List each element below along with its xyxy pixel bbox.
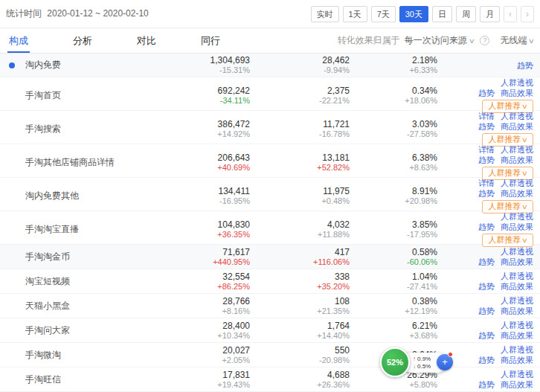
crowd-insight-link[interactable]: 人群透视 — [501, 271, 533, 280]
tabs: 构成分析对比同行 — [6, 28, 262, 53]
time-button-day[interactable]: 日 — [432, 6, 452, 22]
rate-cell: 3.03%-27.58% — [350, 119, 437, 139]
crowd-insight-link[interactable]: 人群透视 — [501, 179, 533, 187]
rate-change: +6.33% — [350, 65, 437, 75]
trend-link[interactable]: 趋势 — [478, 155, 495, 164]
visitors-change: -15.31% — [177, 65, 250, 75]
terminal-select[interactable]: 无线端∨ — [500, 34, 534, 47]
table-row: 手淘淘金币71,617+440.95%417+116.06%0.58%-60.0… — [0, 245, 540, 269]
item-effect-link[interactable]: 商品效果 — [501, 155, 533, 164]
item-effect-link[interactable]: 商品效果 — [501, 222, 533, 231]
visitors-change: -34.11% — [177, 96, 250, 106]
crowd-insight-link[interactable]: 人群透视 — [501, 370, 533, 379]
item-effect-link[interactable]: 商品效果 — [501, 257, 533, 266]
buyers-value: 28,462 — [250, 55, 350, 65]
rate-cell: 3.85%-17.95% — [350, 219, 437, 240]
next-page-button[interactable]: › — [521, 6, 534, 22]
row-actions: 趋势 — [437, 60, 540, 71]
trend-link[interactable]: 趋势 — [478, 257, 495, 266]
filter-bar: 转化效果归属于 每一次访问来源∨ ? 无线端∨ — [338, 28, 534, 53]
detail-link[interactable]: 详情 — [478, 145, 495, 154]
crowd-insight-link[interactable]: 人群透视 — [501, 212, 533, 221]
trend-link[interactable]: 趋势 — [478, 356, 495, 364]
time-button-month[interactable]: 月 — [480, 6, 500, 22]
tab-peers[interactable]: 同行 — [198, 28, 223, 53]
buyers-change: +0.48% — [250, 196, 350, 206]
trend-link[interactable]: 趋势 — [478, 282, 495, 291]
buyers-change: +52.82% — [250, 163, 350, 173]
channel-cell: 手淘淘金币 — [0, 251, 177, 263]
buyers-cell: 2,375-22.21% — [250, 86, 350, 106]
tab-analysis[interactable]: 分析 — [70, 28, 95, 53]
crowd-insight-link[interactable]: 人群透视 — [501, 112, 533, 121]
rate-change: +3.68% — [350, 331, 437, 341]
crowd-insight-link[interactable]: 人群透视 — [501, 78, 533, 87]
row-actions: 人群透视趋势商品效果 — [437, 320, 540, 341]
buyers-change: -16.78% — [250, 129, 350, 139]
trend-link[interactable]: 趋势 — [517, 61, 533, 70]
time-button-30d[interactable]: 30天 — [399, 6, 428, 22]
rate-value: 6.38% — [350, 152, 437, 163]
visitors-change: +36.35% — [177, 230, 250, 240]
rate-value: 0.38% — [350, 296, 437, 306]
buyers-cell: 4,032+11.88% — [250, 219, 350, 240]
time-button-realtime[interactable]: 实时 — [311, 6, 339, 22]
visitors-value: 134,411 — [177, 186, 250, 196]
rate-change: +20.98% — [350, 196, 437, 206]
visitors-change: +10.34% — [177, 331, 250, 341]
trend-link[interactable]: 趋势 — [478, 331, 495, 340]
buyers-cell: 108+21.35% — [250, 296, 350, 316]
stat-time: 统计时间 2020-01-12 ~ 2020-02-10 — [6, 7, 149, 20]
trend-link[interactable]: 趋势 — [478, 222, 495, 231]
crowd-recommend-button[interactable]: 人群推荐∨ — [482, 234, 533, 247]
prev-page-button[interactable]: ‹ — [504, 6, 517, 22]
visitors-value: 692,242 — [177, 86, 250, 96]
item-effect-link[interactable]: 商品效果 — [501, 306, 533, 315]
item-effect-link[interactable]: 商品效果 — [501, 282, 533, 291]
time-button-7d[interactable]: 7天 — [371, 6, 396, 22]
series-dot-icon — [9, 62, 15, 68]
item-effect-link[interactable]: 商品效果 — [501, 89, 533, 97]
info-icon[interactable]: ? — [480, 36, 489, 45]
buyers-change: +21.35% — [250, 306, 350, 316]
item-effect-link[interactable]: 商品效果 — [501, 189, 533, 198]
crowd-insight-link[interactable]: 人群透视 — [501, 296, 533, 305]
channel-cell: 手淘旺信 — [0, 373, 177, 386]
tab-composition[interactable]: 构成 — [6, 28, 31, 53]
visitors-cell: 692,242-34.11% — [177, 86, 250, 106]
item-effect-link[interactable]: 商品效果 — [501, 122, 533, 131]
tab-compare[interactable]: 对比 — [134, 28, 159, 53]
trend-link[interactable]: 趋势 — [478, 380, 495, 389]
item-effect-link[interactable]: 商品效果 — [501, 380, 533, 389]
buyers-change: +11.88% — [250, 230, 350, 240]
arrow-down-icon: ↓ — [413, 363, 416, 370]
time-button-week[interactable]: 周 — [456, 6, 476, 22]
buyers-value: 4,688 — [250, 370, 350, 380]
time-button-1d[interactable]: 1天 — [343, 6, 367, 22]
crowd-insight-link[interactable]: 人群透视 — [501, 247, 533, 256]
attribution-select[interactable]: 每一次访问来源∨ — [405, 34, 475, 47]
detail-link[interactable]: 详情 — [478, 179, 495, 187]
item-effect-link[interactable]: 商品效果 — [501, 356, 533, 364]
visitors-value: 386,472 — [177, 119, 250, 129]
progress-circle[interactable]: 52% — [380, 347, 410, 377]
visitors-value: 28,400 — [177, 321, 250, 331]
visitors-change: +14.92% — [177, 129, 250, 139]
crowd-insight-link[interactable]: 人群透视 — [501, 145, 533, 154]
visitors-change: +19.43% — [177, 380, 250, 390]
table-row: 手淘问大家28,400+10.34%1,764+14.40%6.21%+3.68… — [0, 318, 540, 343]
trend-link[interactable]: 趋势 — [478, 306, 495, 315]
terminal-value: 无线端 — [500, 35, 527, 45]
trend-link[interactable]: 趋势 — [478, 122, 495, 131]
crowd-insight-link[interactable]: 人群透视 — [501, 321, 533, 330]
crowd-insight-link[interactable]: 人群透视 — [501, 345, 533, 354]
trend-link[interactable]: 趋势 — [478, 189, 495, 198]
item-effect-link[interactable]: 商品效果 — [501, 331, 533, 340]
visitors-cell: 206,643+40.69% — [177, 152, 250, 173]
channel-label: 天猫小黑盒 — [25, 301, 70, 311]
visitors-cell: 1,304,693-15.31% — [177, 55, 250, 75]
trend-link[interactable]: 趋势 — [478, 89, 495, 97]
detail-link[interactable]: 详情 — [478, 112, 495, 121]
buyers-value: 11,975 — [250, 186, 350, 196]
rate-change: -27.41% — [350, 282, 437, 292]
